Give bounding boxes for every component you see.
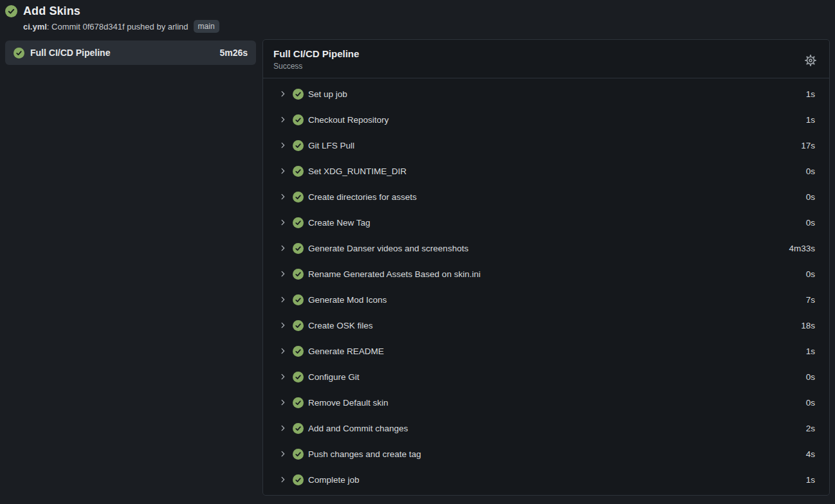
steps-list: Set up job 1s Checkout Repository 1s [263,78,829,495]
step-name: Create directories for assets [308,192,806,202]
sidebar-job-item[interactable]: Full CI/CD Pipeline 5m26s [5,40,256,65]
step-row[interactable]: Git LFS Pull 17s [263,132,829,158]
check-circle-icon [293,89,304,100]
step-duration: 4m33s [789,244,815,253]
chevron-right-icon[interactable] [279,476,287,483]
chevron-right-icon[interactable] [279,244,287,252]
step-row[interactable]: Create directories for assets 0s [263,184,829,210]
check-circle-icon [293,166,304,177]
chevron-right-icon[interactable] [279,373,287,381]
step-row[interactable]: Generate Danser videos and screenshots 4… [263,235,829,261]
step-name: Set XDG_RUNTIME_DIR [308,166,806,176]
run-header: Add Skins ci.yml: Commit 0f678d341f push… [0,0,835,33]
job-name: Full CI/CD Pipeline [30,48,214,58]
step-row[interactable]: Push changes and create tag 4s [263,441,829,467]
step-duration: 4s [806,449,815,459]
step-duration: 1s [806,89,815,99]
step-row[interactable]: Rename Generated Assets Based on skin.in… [263,261,829,287]
step-duration: 0s [806,372,815,382]
run-title: Add Skins [23,4,80,18]
step-name: Set up job [308,89,806,99]
chevron-right-icon[interactable] [279,90,287,98]
check-circle-icon [293,320,304,331]
check-circle-icon [293,372,304,382]
step-row[interactable]: Set up job 1s [263,81,829,107]
chevron-right-icon[interactable] [279,116,287,123]
chevron-right-icon[interactable] [279,450,287,458]
check-circle-icon [293,269,304,280]
check-circle-icon [293,114,304,125]
check-circle-icon [5,5,17,17]
chevron-right-icon[interactable] [279,321,287,329]
job-status-label: Success [273,62,802,71]
step-name: Generate README [308,346,806,356]
check-circle-icon [293,423,304,434]
gear-icon[interactable] [802,52,819,69]
step-name: Checkout Repository [308,115,806,125]
step-row[interactable]: Checkout Repository 1s [263,107,829,132]
jobs-sidebar: Full CI/CD Pipeline 5m26s [5,39,256,65]
step-row[interactable]: Set XDG_RUNTIME_DIR 0s [263,158,829,184]
workflow-file-name: ci.yml [23,22,47,32]
step-duration: 0s [806,398,815,408]
check-circle-icon [293,474,304,485]
chevron-right-icon[interactable] [279,296,287,303]
check-circle-icon [293,140,304,151]
step-duration: 1s [806,475,815,485]
step-row[interactable]: Create OSK files 18s [263,312,829,338]
step-row[interactable]: Generate Mod Icons 7s [263,287,829,312]
step-duration: 1s [806,115,815,125]
step-row[interactable]: Complete job 1s [263,467,829,492]
step-name: Git LFS Pull [308,141,801,150]
step-duration: 0s [806,166,815,176]
step-name: Generate Danser videos and screenshots [308,244,789,253]
step-row[interactable]: Add and Commit changes 2s [263,415,829,441]
step-name: Generate Mod Icons [308,295,806,305]
step-duration: 0s [806,269,815,279]
chevron-right-icon[interactable] [279,167,287,175]
step-name: Remove Default skin [308,398,806,408]
step-name: Configure Git [308,372,806,382]
step-duration: 18s [801,321,815,330]
check-circle-icon [293,294,304,305]
step-row[interactable]: Create New Tag 0s [263,210,829,235]
run-subtitle: ci.yml: Commit 0f678d341f pushed by arli… [23,20,830,33]
step-duration: 17s [801,141,815,150]
chevron-right-icon[interactable] [279,424,287,432]
check-circle-icon [293,346,304,357]
branch-badge[interactable]: main [194,20,219,33]
step-duration: 1s [806,346,815,356]
chevron-right-icon[interactable] [279,270,287,278]
step-row[interactable]: Remove Default skin 0s [263,390,829,415]
chevron-right-icon[interactable] [279,347,287,355]
job-duration: 5m26s [219,48,248,58]
chevron-right-icon[interactable] [279,399,287,406]
check-circle-icon [293,217,304,228]
check-circle-icon [293,397,304,408]
commit-info: : Commit 0f678d341f pushed by arlind [47,22,188,32]
step-duration: 2s [806,424,815,433]
check-circle-icon [293,192,304,203]
check-circle-icon [14,48,24,59]
step-row[interactable]: Configure Git 0s [263,364,829,390]
step-name: Add and Commit changes [308,424,806,433]
step-duration: 0s [806,192,815,202]
chevron-right-icon[interactable] [279,141,287,149]
step-name: Create OSK files [308,321,801,330]
job-detail-panel: Full CI/CD Pipeline Success [262,39,830,496]
step-name: Create New Tag [308,218,806,228]
chevron-right-icon[interactable] [279,219,287,226]
check-circle-icon [293,243,304,254]
step-name: Complete job [308,475,806,485]
step-row[interactable]: Generate README 1s [263,338,829,364]
chevron-right-icon[interactable] [279,193,287,201]
job-panel-header: Full CI/CD Pipeline Success [263,40,829,78]
step-duration: 7s [806,295,815,305]
step-name: Push changes and create tag [308,449,806,459]
check-circle-icon [293,449,304,460]
step-name: Rename Generated Assets Based on skin.in… [308,269,806,279]
job-panel-title: Full CI/CD Pipeline [273,48,802,59]
step-duration: 0s [806,218,815,228]
